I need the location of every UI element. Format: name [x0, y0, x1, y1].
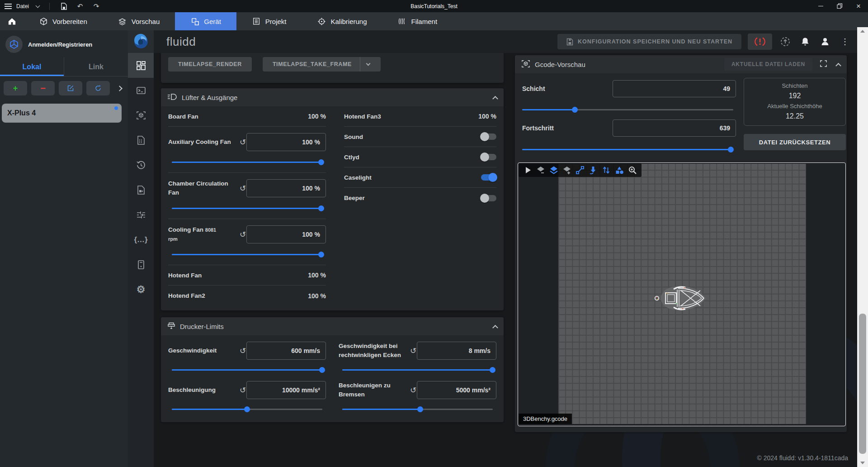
- tab-link[interactable]: Link: [64, 57, 128, 76]
- progress-input[interactable]: 639: [613, 119, 736, 137]
- slider-thumb[interactable]: [572, 107, 578, 113]
- aux-fan-input[interactable]: 100 %: [246, 133, 326, 151]
- reset-icon[interactable]: ↺: [240, 184, 246, 193]
- refresh-printers-button[interactable]: [86, 81, 110, 95]
- save-file-icon[interactable]: [58, 2, 70, 11]
- zoom-icon[interactable]: [627, 165, 637, 175]
- save-config-restart-button[interactable]: KONFIGURATION SPEICHERN UND NEU STARTEN: [557, 34, 741, 49]
- rail-history[interactable]: [128, 152, 154, 177]
- load-current-file-button[interactable]: AKTUELLE DATEI LADEN: [724, 58, 812, 71]
- rail-jobs[interactable]: [128, 128, 154, 152]
- reset-icon[interactable]: ↺: [240, 386, 246, 395]
- minimize-button[interactable]: [811, 0, 830, 12]
- layer-input[interactable]: 49: [613, 80, 736, 97]
- play-animation-icon[interactable]: [523, 165, 533, 175]
- show-vertical-moves-icon[interactable]: [601, 165, 611, 175]
- account-row[interactable]: Anmelden/Registrieren: [0, 30, 128, 57]
- slider-thumb[interactable]: [318, 159, 324, 165]
- chevron-down-icon[interactable]: [36, 3, 40, 8]
- aux-fan-slider[interactable]: [172, 159, 321, 165]
- collapse-card-icon[interactable]: [492, 95, 498, 101]
- printer-item-xplus4[interactable]: X-Plus 4: [2, 104, 122, 123]
- accel-input[interactable]: 10000 mm/s²: [246, 381, 326, 399]
- tab-vorschau[interactable]: Vorschau: [103, 12, 175, 30]
- slider-thumb[interactable]: [318, 205, 324, 211]
- tab-lokal[interactable]: Lokal: [0, 57, 64, 76]
- progress-slider[interactable]: [522, 147, 733, 152]
- user-account-icon[interactable]: [818, 35, 832, 48]
- caselight-toggle[interactable]: [481, 174, 496, 181]
- reset-icon[interactable]: ↺: [410, 346, 416, 356]
- velocity-slider[interactable]: [172, 367, 322, 373]
- rail-configure[interactable]: {…}: [128, 227, 154, 252]
- tab-projekt[interactable]: Projekt: [236, 12, 302, 30]
- tab-kalibrierung[interactable]: Kalibrierung: [302, 12, 382, 30]
- ctlyd-toggle[interactable]: [481, 154, 496, 160]
- reset-icon[interactable]: ↺: [240, 230, 246, 239]
- tab-geraet[interactable]: Gerät: [175, 12, 236, 30]
- page-scrollbar[interactable]: [857, 27, 868, 467]
- tab-filament[interactable]: Filament: [382, 12, 453, 30]
- update-status-icon[interactable]: [778, 35, 792, 48]
- reset-icon[interactable]: ↺: [410, 386, 416, 395]
- show-moves-icon[interactable]: [575, 165, 585, 175]
- close-button[interactable]: ×: [849, 0, 868, 12]
- reset-file-button[interactable]: DATEI ZURÜCKSETZEN: [744, 134, 846, 150]
- layer-up-icon[interactable]: [562, 165, 572, 175]
- scrollbar-down-icon[interactable]: [860, 462, 865, 464]
- expand-sidebar-icon[interactable]: [117, 86, 123, 91]
- slider-thumb[interactable]: [490, 367, 495, 373]
- decel-slider[interactable]: [342, 406, 493, 412]
- scv-input[interactable]: 8 mm/s: [417, 342, 496, 360]
- slider-thumb[interactable]: [318, 252, 324, 257]
- accel-slider[interactable]: [172, 406, 322, 412]
- emergency-stop-button[interactable]: [748, 33, 772, 50]
- fluidd-logo[interactable]: [128, 30, 154, 53]
- scrollbar-up-icon[interactable]: [860, 30, 865, 33]
- fullscreen-icon[interactable]: [820, 60, 827, 69]
- slider-thumb[interactable]: [417, 406, 423, 412]
- undo-icon[interactable]: ↶: [74, 2, 86, 11]
- rail-dashboard[interactable]: [128, 53, 154, 78]
- rail-console[interactable]: [128, 78, 154, 103]
- cooling-fan-slider[interactable]: [172, 252, 321, 257]
- slider-thumb[interactable]: [244, 406, 250, 412]
- collapse-card-icon[interactable]: [835, 62, 841, 68]
- sound-toggle[interactable]: [481, 133, 496, 140]
- main-menu-icon[interactable]: [5, 4, 12, 9]
- reset-icon[interactable]: ↺: [240, 138, 246, 147]
- home-button[interactable]: [0, 12, 24, 30]
- timelapse-take-frame-button[interactable]: TIMELAPSE_TAKE_FRAME: [263, 57, 381, 71]
- chamber-fan-slider[interactable]: [172, 205, 321, 211]
- edit-printer-button[interactable]: [59, 81, 82, 95]
- rail-tune[interactable]: [128, 202, 154, 227]
- notifications-bell-icon[interactable]: [798, 35, 812, 48]
- file-menu[interactable]: Datei: [16, 3, 29, 10]
- scrollbar-thumb[interactable]: [859, 314, 866, 454]
- slider-thumb[interactable]: [728, 147, 734, 152]
- layer-down-icon[interactable]: [536, 165, 546, 175]
- timelapse-render-button[interactable]: TIMELAPSE_RENDER: [168, 57, 252, 71]
- slider-thumb[interactable]: [319, 367, 325, 373]
- velocity-input[interactable]: 600 mm/s: [246, 342, 326, 360]
- show-parts-icon[interactable]: [614, 165, 624, 175]
- rail-settings[interactable]: ⚙: [128, 277, 154, 302]
- rail-system[interactable]: [128, 252, 154, 277]
- chevron-down-icon[interactable]: [366, 62, 370, 66]
- collapse-card-icon[interactable]: [492, 324, 498, 330]
- beeper-toggle[interactable]: [481, 195, 496, 201]
- gcode-viewer-canvas[interactable]: 3DBenchy.gcode: [518, 162, 846, 426]
- rail-timelapse[interactable]: [128, 177, 154, 202]
- overflow-menu-icon[interactable]: ⋮: [838, 35, 852, 48]
- show-retractions-icon[interactable]: [588, 165, 598, 175]
- single-layer-icon[interactable]: [549, 165, 559, 175]
- restore-button[interactable]: [830, 0, 849, 12]
- layer-slider[interactable]: [522, 107, 733, 113]
- reset-icon[interactable]: ↺: [240, 346, 246, 356]
- remove-printer-button[interactable]: −: [31, 81, 55, 95]
- redo-icon[interactable]: ↷: [90, 2, 102, 11]
- rail-gcode-preview[interactable]: [128, 103, 154, 128]
- chamber-fan-input[interactable]: 100 %: [246, 179, 326, 197]
- tab-vorbereiten[interactable]: Vorbereiten: [24, 12, 103, 30]
- scv-slider[interactable]: [342, 367, 493, 373]
